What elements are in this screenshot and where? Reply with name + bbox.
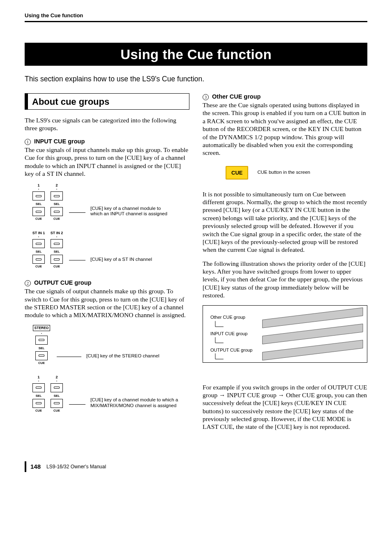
circle-number-2: 2 — [25, 280, 31, 286]
svg-marker-2 — [263, 340, 363, 360]
right-column: 3 Other CUE group These are the Cue sign… — [203, 93, 367, 437]
sel-label: SEL — [36, 394, 42, 398]
cue-label: CUE — [53, 409, 60, 412]
module-number-1: 1 — [37, 183, 39, 188]
cue-key — [51, 255, 63, 264]
sel-key — [35, 336, 48, 345]
intro-text: This section explains how to use the LS9… — [25, 75, 367, 83]
priority-label-bot: OUTPUT CUE group — [210, 348, 253, 352]
circle-number-3: 3 — [203, 94, 209, 100]
cue-key — [32, 399, 45, 408]
cue-key — [32, 255, 45, 264]
sel-key — [51, 383, 63, 392]
paragraph-output-cue: The cue signals of output channels make … — [25, 287, 189, 319]
cue-label: CUE — [35, 265, 42, 268]
module-number-1: 1 — [37, 375, 39, 380]
priority-label-mid: INPUT CUE group — [210, 331, 247, 336]
diagram-stin-modules: ST IN 1 SEL CUE ST IN 2 SEL CUE — [31, 231, 189, 269]
cue-screen-button[interactable]: CUE — [226, 166, 248, 180]
circle-number-1: 1 — [25, 139, 31, 145]
subheading-input-cue: 1 INPUT CUE group — [25, 138, 189, 145]
callout-mix: [CUE] key of a channel module to which a… — [90, 397, 181, 409]
left-column: About cue groups The LS9's cue signals c… — [25, 93, 189, 437]
svg-marker-0 — [263, 307, 363, 327]
priority-label-top: Other CUE group — [210, 315, 245, 320]
cue-label: CUE — [53, 265, 60, 268]
subheading-text-2: OUTPUT CUE group — [34, 279, 91, 286]
cue-label: CUE — [35, 409, 42, 412]
sel-key — [51, 239, 63, 248]
module-number-2: 2 — [55, 375, 58, 380]
page-footer: 148 LS9-16/32 Owner's Manual — [25, 461, 367, 472]
sel-label: SEL — [54, 250, 60, 253]
callout-stereo: [CUE] key of the STEREO channel — [86, 353, 159, 359]
diagram-mix-modules: 1 SEL CUE 2 SEL CUE — [31, 375, 189, 414]
svg-marker-1 — [263, 324, 363, 344]
stin-label-1: ST IN 1 — [32, 231, 45, 235]
cue-screen-button-row: CUE CUE button in the screen — [226, 166, 367, 180]
sel-label: SEL — [39, 346, 45, 350]
cue-key — [35, 351, 48, 360]
subheading-text-1: INPUT CUE group — [34, 138, 85, 145]
cue-label: CUE — [38, 361, 45, 365]
subheading-output-cue: 2 OUTPUT CUE group — [25, 279, 189, 286]
doc-title: LS9-16/32 Owner's Manual — [46, 464, 106, 470]
sel-label: SEL — [54, 202, 60, 206]
stin-label-2: ST IN 2 — [51, 231, 63, 235]
lead-paragraph: The LS9's cue signals can be categorized… — [25, 116, 189, 132]
module-number-2: 2 — [55, 183, 58, 188]
section-heading: About cue groups — [25, 93, 189, 110]
running-header: Using the Cue function — [25, 12, 367, 22]
page-title: Using the Cue function — [25, 43, 367, 66]
diagram-input-modules: 1 SEL CUE 2 SEL CUE — [31, 183, 189, 222]
page-number: 148 — [30, 463, 41, 470]
cue-label: CUE — [53, 217, 60, 221]
sel-key — [32, 383, 45, 392]
sel-key — [51, 191, 63, 200]
sel-key — [32, 239, 45, 248]
subheading-text-3: Other CUE group — [212, 93, 261, 100]
priority-diagram: Other CUE group INPUT CUE group OUTPUT C… — [203, 305, 367, 363]
sel-label: SEL — [36, 250, 42, 253]
callout-input-module: [CUE] key of a channel module to which a… — [90, 206, 168, 217]
subheading-other-cue: 3 Other CUE group — [203, 93, 367, 100]
paragraph-input-cue: The cue signals of input channels make u… — [25, 146, 189, 178]
stereo-label: STEREO — [33, 325, 51, 331]
sel-key — [32, 191, 45, 200]
right-paragraph-2: The following illustration shows the pri… — [203, 260, 367, 299]
cue-key — [51, 399, 63, 408]
sel-label: SEL — [54, 394, 60, 398]
callout-stin: [CUE] key of a ST IN channel — [90, 257, 152, 263]
cue-key — [51, 207, 63, 216]
cue-key — [32, 207, 45, 216]
right-paragraph-3: For example if you switch groups in the … — [203, 383, 367, 431]
cue-label: CUE — [35, 217, 42, 221]
paragraph-other-cue: These are the Cue signals operated using… — [203, 101, 367, 157]
callout-cue-button: CUE button in the screen — [257, 170, 310, 175]
sel-label: SEL — [36, 202, 42, 206]
right-paragraph-1: It is not possible to simultaneously tur… — [203, 190, 367, 254]
diagram-stereo-module: STEREO SEL CUE [CUE] key of the STEREO c… — [31, 325, 189, 366]
